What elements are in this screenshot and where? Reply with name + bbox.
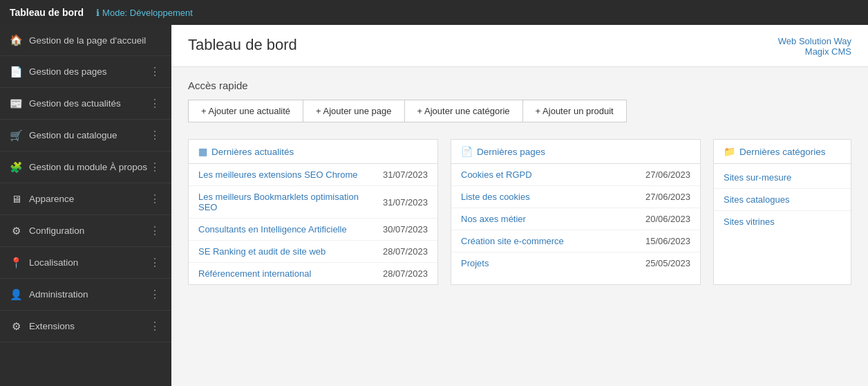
- pages-icon: 📄: [461, 146, 473, 157]
- topbar-mode-label: Mode: Développement: [102, 8, 193, 18]
- sidebar-item-label: Administration: [29, 289, 148, 300]
- table-row: Liste des cookies 27/06/2023: [451, 186, 700, 208]
- page-link[interactable]: Liste des cookies: [461, 192, 530, 202]
- catalog-icon: 🛒: [10, 129, 22, 142]
- sidebar-item-dots[interactable]: ⋮: [148, 256, 162, 269]
- table-row: Création site e-commerce 15/06/2023: [451, 230, 700, 252]
- page-link[interactable]: Nos axes métier: [461, 214, 526, 224]
- page-link[interactable]: Cookies et RGPD: [461, 169, 532, 180]
- quick-button[interactable]: + Ajouter une catégorie: [405, 100, 523, 122]
- table-row: Les meilleures extensions SEO Chrome 31/…: [189, 164, 437, 186]
- actualite-link[interactable]: Les meilleurs Bookmarklets optimisation …: [198, 192, 359, 212]
- home-icon: 🏠: [10, 34, 22, 46]
- brand-link[interactable]: Magix CMS: [778, 46, 851, 57]
- categories-icon: 📁: [724, 146, 735, 157]
- section-categories: 📁 Dernières catégories Sites sur-mesureS…: [713, 139, 851, 285]
- sidebar-item-localisation[interactable]: 📍 Localisation ⋮: [0, 247, 171, 279]
- page-date: 27/06/2023: [614, 164, 700, 186]
- actualite-date: 31/07/2023: [373, 164, 437, 186]
- sidebar-item-dots[interactable]: ⋮: [148, 97, 162, 110]
- sidebar: 🏠 Gestion de la page d'accueil 📄 Gestion…: [0, 25, 171, 386]
- sidebar-item-label: Gestion du module À propos: [29, 162, 148, 172]
- section-pages-title: Dernières pages: [477, 147, 545, 157]
- list-item: Sites sur-mesure: [714, 167, 851, 189]
- section-categories-title: Dernières catégories: [739, 147, 826, 157]
- sidebar-item-appearance[interactable]: 🖥 Apparence ⋮: [0, 183, 171, 215]
- extensions-icon: ⚙: [10, 320, 22, 333]
- list-item: Sites catalogues: [714, 189, 851, 211]
- sidebar-item-dots[interactable]: ⋮: [148, 192, 162, 205]
- localisation-icon: 📍: [10, 257, 22, 269]
- table-row: Les meilleurs Bookmarklets optimisation …: [189, 186, 437, 219]
- sidebar-item-dots[interactable]: ⋮: [148, 224, 162, 237]
- sidebar-item-label: Apparence: [29, 194, 148, 204]
- page-title: Tableau de bord: [188, 36, 297, 54]
- actualites-icon: ▦: [198, 146, 207, 157]
- sidebar-item-dots[interactable]: ⋮: [148, 129, 162, 142]
- config-icon: ⚙: [10, 225, 22, 237]
- section-pages-header: 📄 Dernières pages: [451, 140, 700, 164]
- page-date: 25/05/2023: [614, 252, 700, 275]
- actualite-link[interactable]: Référencement international: [198, 268, 311, 279]
- quick-button[interactable]: + Ajouter une page: [303, 100, 405, 122]
- table-row: Cookies et RGPD 27/06/2023: [451, 164, 700, 186]
- category-link[interactable]: Sites vitrines: [724, 217, 775, 227]
- brand-links: Web Solution WayMagix CMS: [778, 36, 851, 57]
- quick-button[interactable]: + Ajouter un produit: [523, 100, 626, 122]
- category-link[interactable]: Sites sur-mesure: [724, 172, 791, 183]
- table-row: Nos axes métier 20/06/2023: [451, 208, 700, 230]
- actualite-link[interactable]: SE Ranking et audit de site web: [198, 246, 326, 257]
- appearance-icon: 🖥: [10, 193, 22, 205]
- dashboard-grid: ▦ Dernières actualités Les meilleures ex…: [171, 129, 868, 295]
- table-row: Projets 25/05/2023: [451, 252, 700, 275]
- main-header: Tableau de bord Web Solution WayMagix CM…: [171, 25, 868, 67]
- sidebar-item-catalog[interactable]: 🛒 Gestion du catalogue ⋮: [0, 120, 171, 151]
- table-row: SE Ranking et audit de site web 28/07/20…: [189, 241, 437, 263]
- section-actualites-header: ▦ Dernières actualités: [189, 140, 437, 164]
- about-icon: 🧩: [10, 161, 22, 174]
- section-actualites-title: Dernières actualités: [211, 147, 294, 157]
- sidebar-item-dots[interactable]: ⋮: [148, 65, 162, 78]
- quick-access-title: Accès rapide: [188, 80, 851, 91]
- table-row: Référencement international 28/07/2023: [189, 263, 437, 285]
- sidebar-item-home[interactable]: 🏠 Gestion de la page d'accueil: [0, 25, 171, 56]
- sidebar-item-about[interactable]: 🧩 Gestion du module À propos ⋮: [0, 151, 171, 183]
- admin-icon: 👤: [10, 288, 22, 301]
- section-actualites: ▦ Dernières actualités Les meilleures ex…: [188, 139, 438, 285]
- main-content: Tableau de bord Web Solution WayMagix CM…: [171, 25, 868, 386]
- actualite-link[interactable]: Les meilleures extensions SEO Chrome: [198, 169, 358, 180]
- page-date: 20/06/2023: [614, 208, 700, 230]
- sidebar-item-news[interactable]: 📰 Gestion des actualités ⋮: [0, 88, 171, 120]
- topbar-brand: Tableau de bord: [10, 7, 84, 18]
- page-date: 27/06/2023: [614, 186, 700, 208]
- table-row: Consultants en Intelligence Artificielle…: [189, 219, 437, 241]
- actualites-table: Les meilleures extensions SEO Chrome 31/…: [189, 164, 437, 284]
- list-item: Sites vitrines: [714, 211, 851, 232]
- sidebar-item-label: Localisation: [29, 257, 148, 268]
- topbar: Tableau de bord ℹ Mode: Développement: [0, 0, 868, 25]
- actualite-link[interactable]: Consultants en Intelligence Artificielle: [198, 224, 347, 235]
- page-link[interactable]: Projets: [461, 258, 489, 268]
- brand-link[interactable]: Web Solution Way: [778, 36, 851, 46]
- actualite-date: 30/07/2023: [373, 219, 437, 241]
- categories-list: Sites sur-mesureSites cataloguesSites vi…: [714, 164, 851, 235]
- quick-buttons: + Ajouter une actualité+ Ajouter une pag…: [188, 100, 627, 122]
- pages-icon: 📄: [10, 66, 22, 78]
- sidebar-item-extensions[interactable]: ⚙ Extensions ⋮: [0, 311, 171, 342]
- page-link[interactable]: Création site e-commerce: [461, 236, 564, 246]
- quick-button[interactable]: + Ajouter une actualité: [189, 100, 303, 122]
- sidebar-item-dots[interactable]: ⋮: [148, 320, 162, 333]
- sidebar-item-dots[interactable]: ⋮: [148, 288, 162, 301]
- topbar-mode: ℹ Mode: Développement: [96, 8, 193, 18]
- section-categories-header: 📁 Dernières catégories: [714, 140, 851, 164]
- sidebar-item-label: Gestion des actualités: [29, 98, 148, 109]
- quick-access: Accès rapide + Ajouter une actualité+ Aj…: [171, 67, 868, 129]
- sidebar-item-admin[interactable]: 👤 Administration ⋮: [0, 279, 171, 311]
- news-icon: 📰: [10, 98, 22, 110]
- sidebar-item-dots[interactable]: ⋮: [148, 160, 162, 174]
- sidebar-item-pages[interactable]: 📄 Gestion des pages ⋮: [0, 56, 171, 88]
- category-link[interactable]: Sites catalogues: [724, 194, 789, 205]
- actualite-date: 31/07/2023: [373, 186, 437, 219]
- sidebar-item-config[interactable]: ⚙ Configuration ⋮: [0, 215, 171, 247]
- actualite-date: 28/07/2023: [373, 241, 437, 263]
